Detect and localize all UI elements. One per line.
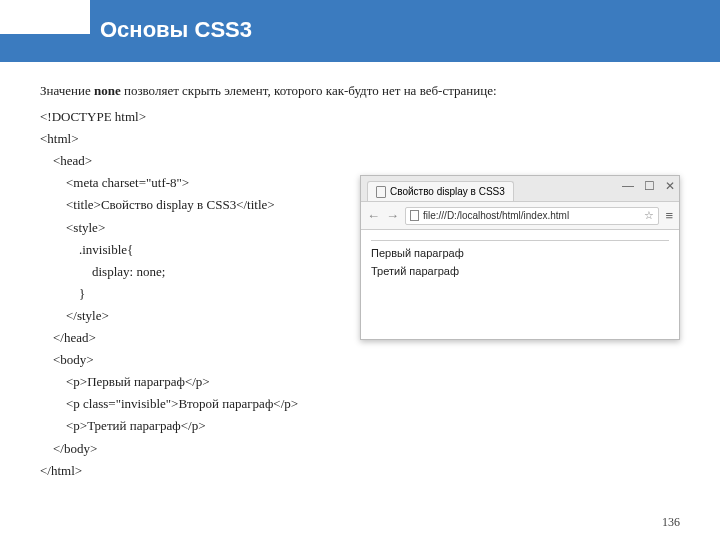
rendered-paragraph: Первый параграф	[371, 247, 669, 259]
intro-bold: none	[94, 83, 121, 98]
intro-pre: Значение	[40, 83, 94, 98]
slide-title: Основы CSS3	[100, 17, 252, 43]
code-line: <p>Первый параграф</p>	[40, 374, 210, 389]
browser-viewport: Первый параграф Третий параграф	[361, 230, 679, 289]
code-line: <style>	[40, 220, 105, 235]
code-line: <!DOCTYPE html>	[40, 109, 146, 124]
file-icon	[410, 210, 419, 221]
forward-icon[interactable]: →	[386, 208, 399, 223]
bookmark-icon[interactable]: ☆	[644, 209, 654, 222]
page-number: 136	[662, 515, 680, 530]
page-icon	[376, 186, 386, 198]
close-button[interactable]: ✕	[665, 179, 675, 193]
url-text: file:///D:/localhost/html/index.html	[423, 210, 640, 221]
menu-icon[interactable]: ≡	[665, 208, 673, 223]
code-line: </style>	[40, 308, 109, 323]
maximize-button[interactable]: ☐	[644, 179, 655, 193]
rendered-paragraph: Третий параграф	[371, 265, 669, 277]
window-controls: — ☐ ✕	[622, 179, 675, 193]
code-line: }	[40, 286, 85, 301]
code-line: </body>	[40, 441, 97, 456]
code-line: <title>Свойство display в CSS3</title>	[40, 197, 275, 212]
code-line: <meta charset="utf-8">	[40, 175, 189, 190]
code-line: <p class="invisible">Второй параграф</p>	[40, 396, 298, 411]
code-line: <p>Третий параграф</p>	[40, 418, 206, 433]
slide-header: Основы CSS3	[0, 0, 720, 60]
browser-window: Свойство display в CSS3 — ☐ ✕ ← → file:/…	[360, 175, 680, 340]
browser-addressbar: ← → file:///D:/localhost/html/index.html…	[361, 202, 679, 230]
code-line: <head>	[40, 153, 92, 168]
minimize-button[interactable]: —	[622, 179, 634, 193]
intro-post: позволяет скрыть элемент, которого как-б…	[121, 83, 497, 98]
tab-title: Свойство display в CSS3	[390, 186, 505, 197]
code-line: </html>	[40, 463, 82, 478]
code-line: </head>	[40, 330, 96, 345]
code-line: <body>	[40, 352, 94, 367]
code-line: display: none;	[40, 264, 165, 279]
header-underline	[0, 60, 720, 62]
intro-text: Значение none позволяет скрыть элемент, …	[40, 80, 680, 102]
browser-tabbar: Свойство display в CSS3 — ☐ ✕	[361, 176, 679, 202]
divider	[371, 240, 669, 241]
code-line: <html>	[40, 131, 79, 146]
browser-tab[interactable]: Свойство display в CSS3	[367, 181, 514, 201]
header-accent-box	[0, 0, 90, 34]
url-field[interactable]: file:///D:/localhost/html/index.html ☆	[405, 207, 659, 225]
back-icon[interactable]: ←	[367, 208, 380, 223]
code-line: .invisible{	[40, 242, 133, 257]
